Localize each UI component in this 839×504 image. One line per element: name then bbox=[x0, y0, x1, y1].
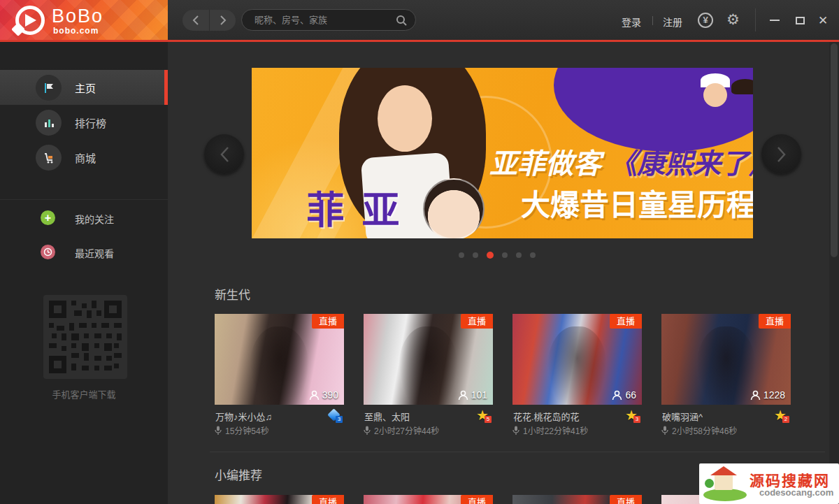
sidebar-item-label: 最近观看 bbox=[75, 246, 114, 260]
viewer-count: 101 bbox=[458, 389, 487, 401]
carousel-dot-6[interactable] bbox=[530, 252, 536, 258]
streamer-name: 至鼎、太阳 bbox=[364, 410, 410, 423]
forward-button[interactable] bbox=[209, 10, 236, 31]
mic-icon bbox=[364, 426, 371, 435]
streamer-name: 万物♪米小怂♫ bbox=[215, 410, 272, 423]
site-watermark: 源码搜藏网 codesocang.com bbox=[699, 463, 839, 504]
watermark-roof-icon bbox=[710, 466, 737, 475]
live-room-card[interactable]: 直播 1228 破嘴羽涵^ ★ 2 2小时58分钟46秒 bbox=[661, 314, 791, 405]
rankings-chart-icon bbox=[36, 110, 62, 136]
recharge-icon[interactable]: ¥ bbox=[698, 13, 713, 28]
sidebar-item-home[interactable]: 主页 bbox=[0, 70, 168, 105]
live-room-card[interactable]: 直播 66 花花.桃花岛的花 ★ 3 1小时22分钟41秒 bbox=[512, 314, 642, 405]
app-window: BoBo bobo.com 登录 注册 ¥ ⚙ bbox=[0, 0, 839, 504]
person-icon bbox=[750, 390, 761, 401]
rank-star-badge: ★ 5 bbox=[476, 408, 492, 424]
carousel-dot-1[interactable] bbox=[459, 252, 464, 258]
carousel-dot-5[interactable] bbox=[516, 252, 522, 258]
carousel-dot-4[interactable] bbox=[502, 252, 508, 258]
search-icon[interactable] bbox=[396, 15, 407, 26]
qr-caption: 手机客户端下载 bbox=[0, 387, 168, 401]
mobile-download-qr-code bbox=[43, 295, 127, 379]
live-badge: 直播 bbox=[610, 314, 642, 329]
room-thumbnail: 直播 bbox=[215, 495, 344, 504]
watermark-tree-icon bbox=[705, 479, 714, 488]
room-thumbnail: 直播 66 bbox=[512, 314, 642, 405]
login-button[interactable]: 登录 bbox=[622, 15, 641, 29]
back-button[interactable] bbox=[182, 10, 209, 31]
logo-title: BoBo bbox=[52, 6, 103, 27]
app-logo[interactable]: BoBo bobo.com bbox=[0, 0, 168, 40]
section-title-new-generation: 新生代 bbox=[215, 285, 250, 303]
live-room-card[interactable]: 直播 bbox=[512, 495, 642, 504]
person-icon bbox=[309, 390, 320, 401]
watermark-house-icon bbox=[703, 489, 747, 501]
watermark-house-icon bbox=[715, 473, 733, 490]
live-room-card[interactable]: 直播 390 万物♪米小怂♫ 3 15分钟54秒 bbox=[215, 314, 344, 405]
sidebar-item-recently-watched[interactable]: 最近观看 bbox=[0, 238, 168, 266]
rank-star-badge: ★ 3 bbox=[625, 408, 640, 424]
room-thumbnail: 直播 390 bbox=[215, 314, 344, 405]
minimize-button[interactable] bbox=[767, 14, 782, 27]
streamer-name: 花花.桃花岛的花 bbox=[513, 410, 580, 423]
live-badge: 直播 bbox=[759, 314, 791, 329]
viewer-count: 1228 bbox=[750, 389, 785, 401]
register-button[interactable]: 注册 bbox=[663, 15, 682, 29]
person-icon bbox=[458, 390, 468, 401]
bobo-play-icon bbox=[15, 6, 45, 35]
carousel-dots bbox=[459, 252, 536, 259]
carousel-next-button[interactable] bbox=[761, 134, 801, 174]
rank-star-badge: ★ 2 bbox=[774, 408, 789, 424]
stream-duration: 15分钟54秒 bbox=[215, 424, 269, 436]
watermark-site-url: codesocang.com bbox=[759, 487, 833, 498]
banner-headline: 亚菲做客 《康熙来了》 bbox=[489, 141, 753, 182]
carousel-prev-button[interactable] bbox=[204, 134, 244, 174]
carousel-dot-3-active[interactable] bbox=[487, 252, 494, 259]
follow-plus-icon: + bbox=[41, 210, 55, 225]
home-flag-icon bbox=[36, 75, 62, 101]
settings-gear-icon[interactable]: ⚙ bbox=[726, 12, 740, 27]
live-badge: 直播 bbox=[610, 495, 642, 504]
mic-icon bbox=[215, 426, 222, 435]
stream-duration: 2小时58分钟46秒 bbox=[661, 424, 737, 436]
sidebar-item-my-follows[interactable]: + 我的关注 bbox=[0, 204, 168, 232]
carousel-banner[interactable]: 亚菲 亚菲做客 《康熙来了》 大爆昔日童星历程 bbox=[252, 68, 753, 238]
sidebar-item-mall[interactable]: 商城 bbox=[0, 140, 168, 175]
viewer-count: 390 bbox=[309, 389, 338, 401]
room-thumbnail: 直播 101 bbox=[364, 314, 493, 405]
mic-icon bbox=[661, 426, 668, 435]
history-nav bbox=[182, 10, 236, 31]
live-badge: 直播 bbox=[461, 314, 493, 329]
live-room-card[interactable]: 直播 bbox=[215, 495, 344, 504]
divider bbox=[755, 8, 756, 31]
live-room-card[interactable]: 直播 101 至鼎、太阳 ★ 5 2小时27分钟44秒 bbox=[364, 314, 493, 405]
section-divider bbox=[210, 452, 825, 452]
sidebar-item-label: 我的关注 bbox=[75, 212, 114, 226]
sidebar-item-label: 排行榜 bbox=[75, 115, 106, 130]
room-thumbnail: 直播 1228 bbox=[661, 314, 791, 405]
room-thumbnail: 直播 bbox=[512, 495, 642, 504]
rank-diamond-badge: 3 bbox=[327, 408, 343, 424]
live-badge: 直播 bbox=[461, 495, 493, 504]
sidebar-divider bbox=[0, 199, 168, 200]
titlebar: BoBo bobo.com 登录 注册 ¥ ⚙ bbox=[0, 0, 839, 40]
maximize-button[interactable] bbox=[792, 14, 808, 27]
banner-subheadline: 大爆昔日童星历程 bbox=[521, 181, 753, 224]
sidebar-item-rankings[interactable]: 排行榜 bbox=[0, 105, 168, 140]
live-badge: 直播 bbox=[312, 495, 344, 504]
close-button[interactable]: ✕ bbox=[815, 14, 831, 27]
room-thumbnail: 直播 bbox=[364, 495, 493, 504]
sidebar-item-label: 主页 bbox=[75, 80, 96, 95]
search-input[interactable] bbox=[254, 10, 391, 30]
live-badge: 直播 bbox=[312, 314, 344, 329]
sidebar-item-label: 商城 bbox=[75, 150, 96, 165]
banner-host-photo bbox=[378, 85, 432, 152]
person-icon bbox=[612, 390, 622, 401]
banner-child-photo bbox=[423, 178, 485, 238]
live-room-card[interactable]: 直播 bbox=[364, 495, 493, 504]
carousel-dot-2[interactable] bbox=[473, 252, 478, 258]
mall-cart-icon bbox=[36, 145, 62, 171]
scrollbar-thumb[interactable] bbox=[831, 43, 838, 257]
stream-duration: 1小时22分钟41秒 bbox=[512, 424, 588, 436]
section-title-editors-pick: 小编推荐 bbox=[215, 466, 262, 483]
